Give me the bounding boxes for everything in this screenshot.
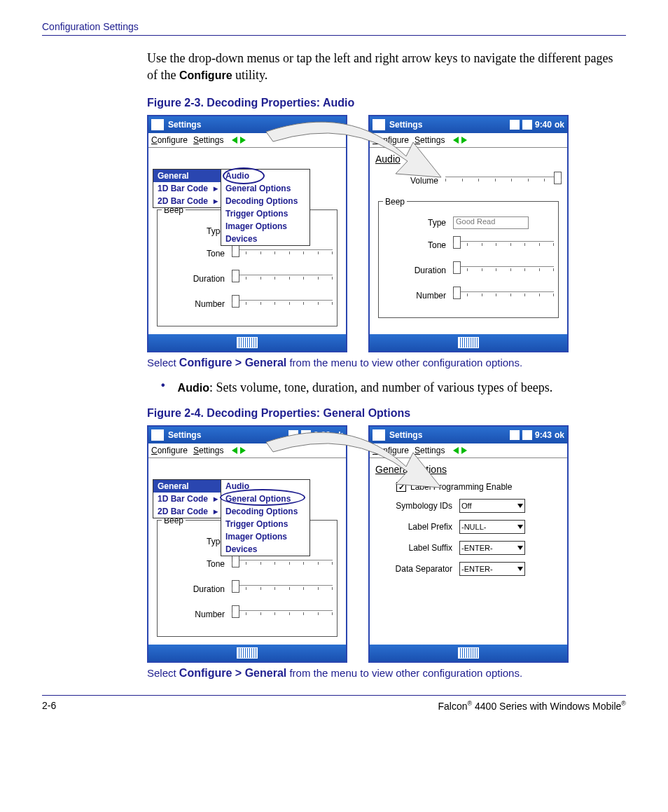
bullet-audio: • Audio: Sets volume, tone, duration, an… — [161, 379, 626, 396]
bullet-text: : Sets volume, tone, duration, and numbe… — [209, 380, 552, 394]
menu-settings[interactable]: Settings — [193, 135, 223, 145]
menu-configure[interactable]: Configure — [373, 135, 409, 145]
menu-general[interactable]: General — [153, 170, 221, 182]
type-input[interactable]: Good Read — [453, 216, 529, 229]
menu-general[interactable]: General — [153, 480, 221, 493]
chevron-down-icon — [517, 504, 523, 508]
submenu-decoding-options[interactable]: Decoding Options — [221, 195, 309, 207]
chevron-down-icon — [517, 567, 523, 571]
section-heading: Audio — [375, 153, 562, 165]
label-prefix-select[interactable]: -NULL- — [459, 520, 525, 534]
submenu-decoding-options[interactable]: Decoding Options — [221, 505, 309, 518]
menu-1d-barcode[interactable]: 1D Bar Code▸ — [153, 493, 221, 505]
submenu-devices[interactable]: Devices — [221, 543, 309, 556]
submenu-devices[interactable]: Devices — [221, 233, 309, 245]
nav-next-icon[interactable] — [240, 447, 246, 454]
nav-prev-icon[interactable] — [453, 137, 459, 144]
submenu-trigger-options[interactable]: Trigger Options — [221, 518, 309, 530]
nav-next-icon[interactable] — [461, 447, 467, 454]
menu-2d-barcode[interactable]: 2D Bar Code▸ — [153, 505, 221, 518]
volume-icon[interactable] — [522, 120, 532, 130]
title-text: Settings — [389, 120, 422, 130]
label-programming-label: Label Programming Enable — [410, 482, 512, 492]
product-name: Falcon® 4400 Series with Windows Mobile® — [438, 700, 626, 712]
duration-label: Duration — [162, 274, 225, 284]
titlebar: Settings 9:40 ok — [370, 116, 567, 133]
submenu-audio[interactable]: Audio — [221, 480, 309, 493]
start-icon[interactable] — [373, 119, 385, 130]
start-icon[interactable] — [373, 429, 385, 441]
duration-slider[interactable] — [453, 266, 554, 280]
label-suffix-select[interactable]: -ENTER- — [459, 541, 525, 555]
number-label: Number — [162, 610, 225, 619]
clock: 9:40 — [535, 120, 552, 130]
ok-button[interactable]: ok — [555, 430, 564, 440]
ok-button[interactable]: ok — [555, 120, 564, 130]
menu-configure[interactable]: Configure — [151, 446, 188, 455]
bottombar — [148, 334, 346, 351]
chevron-down-icon — [517, 525, 523, 529]
bottombar — [148, 645, 346, 661]
start-icon[interactable] — [151, 429, 164, 441]
dropdown-popup: General 1D Bar Code▸ 2D Bar Code▸ Audio … — [153, 479, 310, 556]
page-footer: 2-6 Falcon® 4400 Series with Windows Mob… — [42, 700, 626, 712]
keyboard-icon[interactable] — [237, 647, 258, 659]
nav-prev-icon[interactable] — [232, 137, 237, 144]
intro-text-2: utility. — [232, 68, 268, 82]
titlebar: Settings 9:43 ok — [370, 427, 567, 443]
symbology-ids-select[interactable]: Off — [459, 499, 525, 513]
keyboard-icon[interactable] — [458, 337, 479, 348]
menu-configure[interactable]: Configure — [373, 446, 409, 455]
bottombar — [370, 334, 567, 351]
label-programming-checkbox[interactable]: ✓ — [396, 482, 406, 492]
label-prefix-label: Label Prefix — [375, 522, 452, 532]
submenu-general-options[interactable]: General Options — [221, 493, 309, 505]
submenu-audio[interactable]: Audio — [221, 170, 309, 182]
duration-slider[interactable] — [232, 585, 333, 598]
submenu-general-options[interactable]: General Options — [221, 182, 309, 195]
duration-label: Duration — [162, 584, 225, 594]
tone-slider[interactable] — [453, 241, 554, 254]
connectivity-icon[interactable] — [510, 120, 520, 130]
nav-next-icon[interactable] — [240, 137, 246, 144]
number-slider[interactable] — [232, 610, 333, 624]
nav-prev-icon[interactable] — [453, 447, 459, 454]
menubar: Configure Settings — [370, 133, 567, 148]
nav-next-icon[interactable] — [461, 137, 467, 144]
title-text: Settings — [168, 120, 201, 130]
menu-2d-barcode[interactable]: 2D Bar Code▸ — [153, 195, 221, 207]
start-icon[interactable] — [151, 119, 164, 130]
number-slider[interactable] — [232, 300, 333, 313]
header-rule — [42, 35, 626, 36]
data-separator-select[interactable]: -ENTER- — [459, 562, 525, 576]
volume-icon[interactable] — [522, 430, 532, 440]
tone-label: Tone — [162, 559, 225, 569]
volume-slider[interactable] — [445, 177, 562, 190]
clock: 9:43 — [535, 430, 552, 440]
menu-configure[interactable]: Configure — [151, 135, 188, 145]
beep-legend: Beep — [383, 197, 407, 207]
submenu-imager-options[interactable]: Imager Options — [221, 220, 309, 233]
menubar: Configure Settings — [370, 443, 567, 458]
keyboard-icon[interactable] — [458, 647, 479, 659]
menu-settings[interactable]: Settings — [415, 135, 445, 145]
title-text: Settings — [389, 430, 422, 440]
menu-settings[interactable]: Settings — [193, 446, 223, 455]
ok-button[interactable]: ok — [333, 430, 343, 440]
nav-prev-icon[interactable] — [232, 447, 237, 454]
type-label: Type — [383, 218, 446, 228]
screenshot-fig24-right: Settings 9:43 ok Configure Settings Gene… — [368, 425, 569, 663]
submenu-imager-options[interactable]: Imager Options — [221, 530, 309, 543]
menu-1d-barcode[interactable]: 1D Bar Code▸ — [153, 182, 221, 195]
connectivity-icon[interactable] — [510, 430, 520, 440]
submenu-trigger-options[interactable]: Trigger Options — [221, 207, 309, 220]
connectivity-icon[interactable] — [288, 430, 298, 440]
duration-slider[interactable] — [232, 275, 333, 288]
volume-icon[interactable] — [301, 430, 311, 440]
fig24-footnote: Select Configure > General from the menu… — [147, 667, 626, 680]
number-slider[interactable] — [453, 291, 554, 305]
tone-slider[interactable] — [232, 249, 333, 263]
keyboard-icon[interactable] — [237, 337, 258, 348]
tone-slider[interactable] — [232, 560, 333, 573]
menu-settings[interactable]: Settings — [415, 446, 445, 455]
